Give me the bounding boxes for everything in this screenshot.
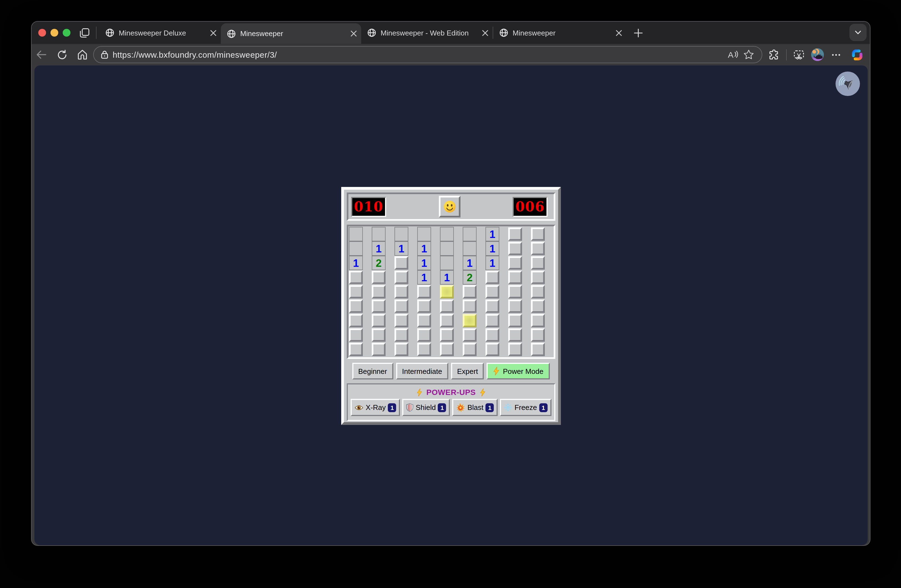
cell-hidden[interactable]: [349, 314, 363, 327]
cell-revealed[interactable]: [417, 227, 431, 241]
cell-hidden[interactable]: [463, 285, 477, 298]
address-bar[interactable]: https://www.bxfoundry.com/minesweeper/3/…: [93, 46, 762, 63]
favorite-button[interactable]: [740, 47, 756, 62]
cell-hidden[interactable]: [440, 343, 454, 356]
settings-more-button[interactable]: [828, 46, 845, 63]
cell-hidden[interactable]: [394, 285, 408, 298]
cell-hidden[interactable]: [485, 285, 499, 298]
cell-hidden[interactable]: [394, 343, 408, 356]
cell-hidden[interactable]: [417, 285, 431, 298]
smiley-reset-button[interactable]: [438, 196, 460, 217]
cell-hidden[interactable]: [531, 256, 545, 270]
expert-button[interactable]: Expert: [451, 363, 484, 379]
cell-hidden[interactable]: [417, 299, 431, 313]
cell-revealed[interactable]: [440, 241, 454, 256]
cell-hidden[interactable]: [508, 328, 522, 342]
cell-revealed[interactable]: [372, 227, 386, 241]
close-window-button[interactable]: [38, 29, 46, 37]
power-mode-button[interactable]: Power Mode: [487, 363, 550, 379]
cell-revealed[interactable]: [463, 227, 477, 241]
tab-minesweeper-2[interactable]: Minesweeper: [493, 22, 627, 44]
cell-revealed[interactable]: 1: [485, 227, 499, 241]
cell-hidden[interactable]: [394, 328, 408, 342]
cell-hidden[interactable]: [508, 228, 522, 241]
cell-hidden[interactable]: [372, 271, 386, 284]
cell-hidden[interactable]: [394, 271, 408, 284]
tab-search-chevron-button[interactable]: [850, 24, 867, 41]
cell-highlighted[interactable]: [463, 314, 477, 327]
close-tab-icon[interactable]: [348, 28, 359, 39]
cell-hidden[interactable]: [508, 242, 522, 255]
cell-hidden[interactable]: [372, 343, 386, 356]
reload-button[interactable]: [54, 46, 70, 63]
cell-revealed[interactable]: 1: [417, 270, 431, 285]
new-tab-button[interactable]: [628, 23, 647, 42]
tab-minesweeper-web-edition[interactable]: Minesweeper - Web Edition: [361, 22, 493, 44]
cell-hidden[interactable]: [531, 228, 545, 241]
cell-hidden[interactable]: [485, 328, 499, 342]
cell-revealed[interactable]: 2: [463, 270, 477, 285]
url-text[interactable]: https://www.bxfoundry.com/minesweeper/3/: [113, 50, 277, 59]
cell-revealed[interactable]: 1: [485, 256, 499, 270]
extensions-button[interactable]: [765, 46, 782, 63]
cell-hidden[interactable]: [440, 299, 454, 313]
cell-hidden[interactable]: [372, 314, 386, 327]
cell-hidden[interactable]: [417, 343, 431, 356]
cell-revealed[interactable]: 1: [372, 241, 386, 256]
freeze-button[interactable]: Freeze 1: [500, 399, 552, 416]
cell-hidden[interactable]: [394, 299, 408, 313]
cell-revealed[interactable]: 1: [417, 241, 431, 256]
cell-hidden[interactable]: [349, 271, 363, 284]
blast-button[interactable]: Blast 1: [452, 399, 498, 416]
cell-hidden[interactable]: [485, 314, 499, 327]
cell-hidden[interactable]: [463, 343, 477, 356]
cell-hidden[interactable]: [485, 343, 499, 356]
close-tab-icon[interactable]: [207, 27, 218, 38]
back-button[interactable]: [33, 46, 49, 63]
cell-highlighted[interactable]: [440, 285, 454, 298]
cell-hidden[interactable]: [531, 328, 545, 342]
cell-hidden[interactable]: [508, 314, 522, 327]
shield-button[interactable]: Shield 1: [402, 399, 450, 416]
cell-revealed[interactable]: 1: [440, 270, 454, 285]
cell-hidden[interactable]: [417, 328, 431, 342]
beginner-button[interactable]: Beginner: [352, 363, 393, 379]
cell-revealed[interactable]: 1: [394, 241, 408, 256]
cell-hidden[interactable]: [531, 271, 545, 284]
cell-revealed[interactable]: [394, 227, 408, 241]
cell-revealed[interactable]: [440, 256, 454, 270]
cell-hidden[interactable]: [349, 285, 363, 298]
cell-revealed[interactable]: 2: [372, 256, 386, 270]
close-tab-icon[interactable]: [613, 27, 624, 38]
cell-revealed[interactable]: [463, 241, 477, 256]
lock-icon[interactable]: [97, 47, 112, 62]
cell-hidden[interactable]: [349, 299, 363, 313]
cell-hidden[interactable]: [508, 299, 522, 313]
cell-hidden[interactable]: [394, 256, 408, 270]
cell-hidden[interactable]: [508, 343, 522, 356]
cell-hidden[interactable]: [349, 343, 363, 356]
cell-hidden[interactable]: [485, 299, 499, 313]
intermediate-button[interactable]: Intermediate: [396, 363, 448, 379]
cell-hidden[interactable]: [531, 242, 545, 255]
screenshot-button[interactable]: [790, 46, 807, 63]
cell-revealed[interactable]: [440, 227, 454, 241]
cell-hidden[interactable]: [531, 314, 545, 327]
cell-revealed[interactable]: 1: [417, 256, 431, 270]
cell-hidden[interactable]: [394, 314, 408, 327]
tab-minesweeper-active[interactable]: Minesweeper: [221, 23, 361, 44]
cell-hidden[interactable]: [463, 299, 477, 313]
cell-revealed[interactable]: [349, 227, 363, 241]
cell-hidden[interactable]: [508, 271, 522, 284]
cell-hidden[interactable]: [508, 285, 522, 298]
zoom-window-button[interactable]: [63, 29, 70, 37]
cell-hidden[interactable]: [531, 285, 545, 298]
cell-hidden[interactable]: [440, 314, 454, 327]
cell-hidden[interactable]: [485, 271, 499, 284]
cell-hidden[interactable]: [372, 299, 386, 313]
cell-revealed[interactable]: [349, 241, 363, 256]
cell-revealed[interactable]: 1: [485, 241, 499, 256]
cell-revealed[interactable]: 1: [463, 256, 477, 270]
copilot-button[interactable]: [849, 46, 865, 63]
profile-avatar[interactable]: [811, 48, 824, 61]
